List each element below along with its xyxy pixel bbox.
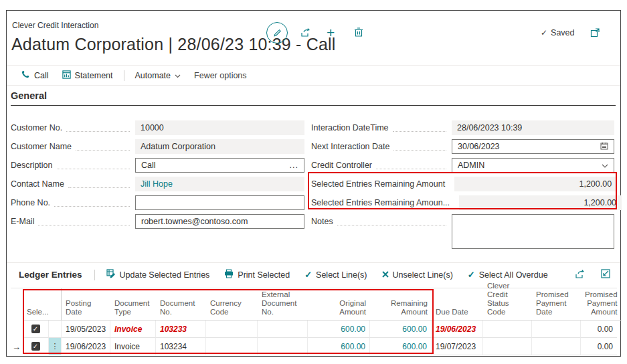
document-no-cell[interactable]: 103234 (156, 338, 206, 355)
pencil-icon (272, 27, 282, 39)
dotted-leader (337, 217, 446, 225)
row-checkbox[interactable]: ✓ (31, 325, 40, 333)
saved-check-icon: ✓ (541, 28, 547, 37)
table-row[interactable]: → ✓ ⋮ 19/06/2023 Invoice 103234 600.00 6… (11, 338, 617, 355)
customer-no-value[interactable]: 10000 (135, 120, 304, 135)
automate-menu[interactable]: Automate (128, 66, 188, 85)
delete-icon[interactable] (354, 27, 363, 37)
page-title: Adatum Corporation | 28/06/23 10:39 - Ca… (11, 35, 336, 54)
column-posting-date[interactable]: Posting Date (62, 288, 110, 321)
next-interaction-date-label: Next Interaction Date (311, 142, 393, 151)
column-remaining-amount[interactable]: Remaining Amount (370, 288, 432, 321)
column-promised-amount[interactable]: Promised Payment Amount (581, 288, 622, 321)
due-date-cell: 19/06/2023 (432, 321, 483, 338)
call-button[interactable]: Call (15, 66, 56, 85)
credit-controller-select[interactable]: ADMIN (452, 158, 614, 173)
column-status-code[interactable]: Clever Credit Status Code (483, 288, 532, 321)
contact-name-label: Contact Name (11, 179, 68, 189)
remaining-amount-cell[interactable]: 600.00 (370, 338, 432, 355)
customer-name-value[interactable]: Adatum Corporation (135, 139, 304, 154)
save-status: ✓ Saved (541, 28, 575, 37)
clever-credit-interaction-page: Clever Credit Interaction Adatum Corpora… (0, 0, 627, 364)
column-currency-code[interactable]: Currency Code (206, 288, 258, 321)
credit-controller-value: ADMIN (458, 161, 484, 170)
phone-no-input[interactable] (135, 195, 304, 210)
calendar-icon[interactable] (600, 142, 608, 152)
currency-code-cell (206, 338, 258, 355)
update-selected-entries-label: Update Selected Entries (120, 270, 210, 280)
row-menu-cell[interactable] (49, 321, 62, 338)
original-amount-cell[interactable]: 600.00 (308, 321, 370, 338)
column-original-amount[interactable]: Original Amount (308, 288, 370, 321)
check-icon: ✓ (468, 270, 475, 280)
dotted-leader (54, 199, 130, 207)
column-document-no[interactable]: Document No. (156, 288, 206, 321)
edit-button[interactable] (266, 22, 288, 43)
selected-remaining-2-value: 1,200.00 (459, 195, 622, 210)
customer-no-label: Customer No. (11, 123, 66, 132)
column-promised-date[interactable]: Promised Payment Date (532, 288, 581, 321)
chevron-down-icon[interactable] (602, 161, 608, 170)
interaction-datetime-value: 28/06/2023 10:39 (452, 120, 614, 135)
field-description: Description Call ... (11, 158, 304, 173)
share-icon[interactable] (575, 269, 586, 281)
contact-name-link[interactable]: Jill Hope (135, 177, 304, 191)
selected-remaining-1-value: 1,200.00 (454, 177, 617, 191)
dotted-leader (393, 143, 446, 151)
field-selected-remaining-1: Selected Entries Remaining Amount 1,200.… (311, 177, 614, 191)
posting-date-cell: 19/06/2023 (62, 338, 110, 355)
column-external-document-no[interactable]: External Document No. (258, 288, 308, 321)
notes-textarea[interactable] (452, 214, 614, 249)
unselect-lines-button[interactable]: Unselect Line(s) (375, 270, 460, 280)
document-type-cell: Invoice (110, 338, 156, 355)
dotted-leader (68, 180, 130, 188)
table-row[interactable]: ✓ 19/05/2023 Invoice 103233 600.00 600.0… (11, 321, 617, 338)
column-select[interactable]: Sele... (23, 288, 62, 321)
field-customer-name: Customer Name Adatum Corporation (11, 139, 304, 154)
row-checkbox[interactable]: ✓ (31, 342, 40, 351)
posting-date-cell: 19/05/2023 (62, 321, 110, 338)
share-icon[interactable] (300, 27, 312, 37)
customer-name-label: Customer Name (11, 142, 76, 151)
dotted-leader (38, 217, 130, 225)
next-interaction-date-input[interactable]: 30/06/2023 (452, 139, 614, 154)
print-selected-button[interactable]: Print Selected (217, 269, 297, 280)
column-due-date[interactable]: Due Date (432, 288, 483, 321)
page-caption: Clever Credit Interaction (12, 21, 98, 30)
document-no-cell[interactable]: 103233 (156, 321, 206, 338)
update-selected-entries-button[interactable]: Update Selected Entries (99, 269, 217, 280)
original-amount-cell[interactable]: 600.00 (308, 338, 370, 355)
promised-amount-cell: 0.00 (581, 321, 617, 338)
phone-icon (21, 70, 30, 81)
fewer-options-button[interactable]: Fewer options (187, 66, 254, 85)
dotted-leader (57, 161, 130, 169)
column-document-type[interactable]: Document Type (110, 288, 156, 321)
field-selected-remaining-2: Selected Entries Remaining Amoun... 1,20… (311, 195, 614, 210)
popout-icon[interactable] (590, 28, 600, 37)
due-date-cell: 19/07/2023 (432, 338, 483, 355)
fewer-options-label: Fewer options (194, 71, 247, 80)
remaining-amount-cell[interactable]: 600.00 (370, 321, 432, 338)
general-section-heading[interactable]: General (11, 90, 616, 106)
email-input[interactable]: robert.townes@contoso.com (135, 214, 304, 229)
document-type-cell: Invoice (110, 321, 156, 338)
next-interaction-date-value: 30/06/2023 (458, 142, 500, 151)
dotted-leader (76, 143, 130, 151)
expand-icon[interactable] (601, 269, 611, 280)
statement-button[interactable]: Statement (56, 66, 120, 85)
statement-label: Statement (75, 71, 113, 80)
description-label: Description (11, 161, 57, 170)
select-lines-button[interactable]: ✓ Select Line(s) (297, 270, 374, 280)
external-document-no-cell (258, 338, 308, 355)
description-input[interactable]: Call ... (135, 158, 304, 173)
assist-edit-icon[interactable]: ... (290, 161, 298, 170)
field-interaction-datetime: Interaction DateTime 28/06/2023 10:39 (311, 120, 614, 135)
select-all-overdue-button[interactable]: ✓ Select All Overdue (460, 270, 555, 280)
row-menu-icon[interactable]: ⋮ (49, 338, 61, 355)
new-record-icon[interactable]: + (327, 25, 335, 41)
statement-icon (62, 70, 71, 81)
field-phone-no: Phone No. (11, 195, 304, 210)
unselect-lines-label: Unselect Line(s) (393, 270, 453, 280)
select-all-overdue-label: Select All Overdue (479, 270, 548, 280)
chevron-down-icon (175, 71, 181, 80)
